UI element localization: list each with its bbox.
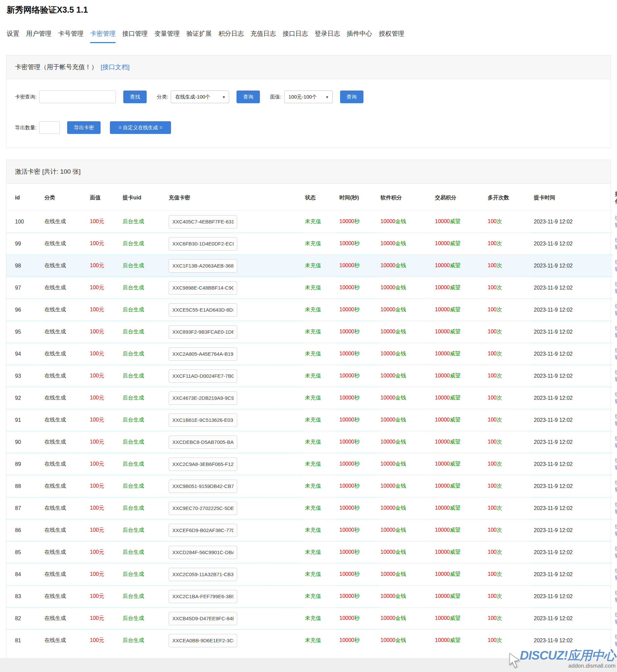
nav-tab-2[interactable]: 卡号管理	[58, 29, 84, 43]
nav-tab-1[interactable]: 用户管理	[26, 29, 51, 43]
nav-tab-3[interactable]: 卡密管理	[90, 29, 116, 43]
card-code-input[interactable]	[169, 502, 237, 515]
cell-multi-open: 100次	[485, 630, 531, 652]
column-header: 面值	[87, 184, 120, 211]
query-face-button[interactable]: 查询	[340, 91, 363, 103]
cell-category: 在线生成	[42, 343, 87, 365]
export-count-input[interactable]	[39, 121, 60, 134]
cell-software-points: 10000金钱	[378, 321, 432, 343]
card-code-input[interactable]	[169, 281, 237, 295]
edit-link[interactable]: 编辑	[615, 524, 617, 536]
custom-generate-button[interactable]: = 自定义在线生成 =	[110, 121, 171, 134]
card-code-input[interactable]	[169, 413, 237, 427]
card-code-input[interactable]	[169, 612, 237, 625]
nav-tab-6[interactable]: 验证扩展	[186, 29, 212, 43]
card-code-input[interactable]	[169, 480, 237, 493]
nav-tab-11[interactable]: 插件中心	[347, 29, 372, 43]
cell-status: 未充值	[302, 387, 337, 409]
card-code-input[interactable]	[169, 237, 237, 250]
edit-link[interactable]: 编辑	[615, 480, 617, 492]
nav-tab-8[interactable]: 充值日志	[251, 29, 276, 43]
edit-link[interactable]: 编辑	[615, 369, 617, 382]
cell-software-points-number: 10000	[380, 263, 396, 268]
cell-picked-time: 2023-11-9 12:02	[531, 233, 612, 255]
card-code-input[interactable]	[169, 436, 237, 449]
cell-multi-open: 100次	[485, 453, 531, 475]
cell-time: 10000秒	[337, 343, 378, 365]
cell-trade-points: 10000威望	[432, 299, 485, 321]
nav-tab-7[interactable]: 积分日志	[218, 29, 244, 43]
edit-link[interactable]: 编辑	[615, 436, 617, 448]
nav-tab-0[interactable]: 设置	[7, 29, 19, 43]
edit-link[interactable]: 编辑	[615, 303, 617, 316]
card-code-input[interactable]	[169, 634, 237, 647]
cell-code	[166, 630, 302, 652]
card-table-panel: 激活卡密 [共计: 100 张] id分类面值提卡uid充值卡密状态时间(秒)软…	[6, 160, 611, 672]
nav-tab-5[interactable]: 变量管理	[154, 29, 180, 43]
card-code-input[interactable]	[169, 391, 237, 405]
cell-code	[166, 211, 302, 233]
card-code-input[interactable]	[169, 546, 237, 559]
edit-link[interactable]: 编辑	[615, 259, 617, 272]
card-code-input[interactable]	[169, 347, 237, 361]
edit-link[interactable]: 编辑	[615, 325, 617, 338]
edit-link[interactable]: 编辑	[615, 413, 617, 426]
nav-tab-4[interactable]: 接口管理	[122, 29, 148, 43]
cell-time: 10000秒	[337, 431, 378, 453]
cell-multi-open-number: 100	[488, 439, 497, 445]
edit-link[interactable]: 编辑	[615, 391, 617, 404]
card-code-input[interactable]	[169, 524, 237, 537]
edit-link[interactable]: 编辑	[615, 502, 617, 514]
nav-tab-12[interactable]: 授权管理	[379, 29, 404, 43]
cell-multi-open-unit: 次	[497, 593, 502, 599]
edit-link[interactable]: 编辑	[615, 546, 617, 558]
card-code-input[interactable]	[169, 568, 237, 581]
card-code-input[interactable]	[169, 369, 237, 383]
card-code-input[interactable]	[169, 590, 237, 603]
cell-time-unit: 秒	[354, 373, 360, 378]
cell-time-unit: 秒	[354, 218, 360, 224]
cell-software-points-unit: 金钱	[396, 571, 406, 577]
cell-multi-open-number: 100	[488, 329, 497, 334]
cell-multi-open-number: 100	[488, 461, 497, 467]
edit-link[interactable]: 编辑	[615, 634, 617, 647]
edit-link[interactable]: 编辑	[615, 347, 617, 360]
find-button[interactable]: 查找	[123, 91, 147, 103]
cell-trade-points-number: 10000	[435, 395, 450, 400]
card-code-input[interactable]	[169, 458, 237, 471]
table-row: 86在线生成100元后台生成未充值10000秒10000金钱10000威望100…	[6, 519, 612, 541]
query-category-button[interactable]: 查询	[237, 91, 260, 103]
card-code-input[interactable]	[169, 303, 237, 317]
cell-status: 未充值	[302, 431, 337, 453]
cell-id: 97	[6, 277, 42, 299]
cell-face-value: 100元	[87, 608, 120, 630]
cell-uid: 后台生成	[120, 608, 166, 630]
card-code-input[interactable]	[169, 325, 237, 339]
cell-code	[166, 409, 302, 431]
edit-link[interactable]: 编辑	[615, 215, 617, 228]
api-doc-link[interactable]: [接口文档]	[101, 63, 130, 70]
cell-multi-open-unit: 次	[497, 549, 502, 555]
face-value-select[interactable]: 100元-100个 ▾	[284, 91, 333, 103]
cell-software-points: 10000金钱	[378, 277, 432, 299]
cell-software-points-number: 10000	[380, 461, 396, 467]
export-button[interactable]: 导出卡密	[67, 121, 101, 134]
cell-software-points: 10000金钱	[378, 299, 432, 321]
edit-link[interactable]: 编辑	[615, 458, 617, 470]
edit-link[interactable]: 编辑	[615, 590, 617, 603]
category-select[interactable]: 在线生成-100个 ▾	[171, 91, 229, 103]
edit-link[interactable]: 编辑	[615, 568, 617, 580]
edit-link[interactable]: 编辑	[615, 612, 617, 625]
table-row: 99在线生成100元后台生成未充值10000秒10000金钱10000威望100…	[6, 233, 612, 255]
cell-status: 未充值	[302, 365, 337, 387]
edit-link[interactable]: 编辑	[615, 281, 617, 294]
nav-tab-10[interactable]: 登录日志	[315, 29, 340, 43]
card-code-input[interactable]	[169, 259, 237, 273]
edit-link[interactable]: 编辑	[615, 237, 617, 250]
card-search-input[interactable]	[39, 91, 116, 103]
card-code-input[interactable]	[169, 215, 237, 228]
cell-uid: 后台生成	[120, 475, 166, 497]
cell-time: 10000秒	[337, 255, 378, 277]
cell-time-number: 10000	[339, 240, 354, 246]
nav-tab-9[interactable]: 接口日志	[283, 29, 308, 43]
